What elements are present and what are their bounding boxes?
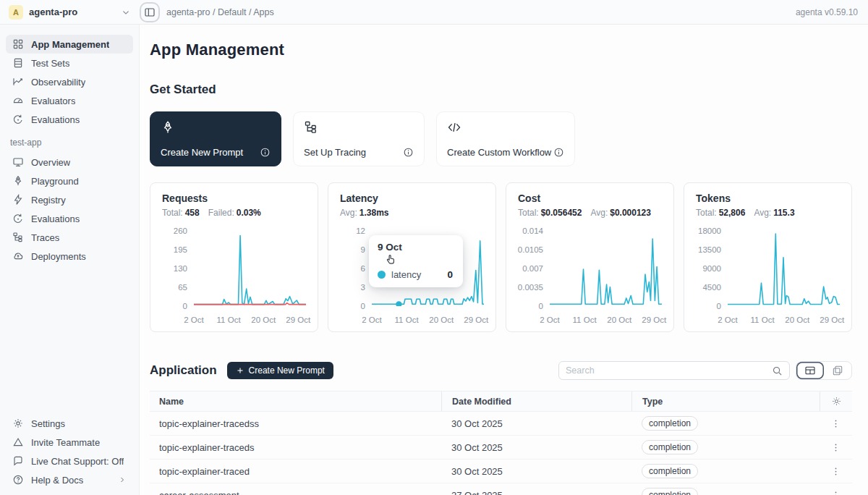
triangle-icon bbox=[12, 436, 24, 448]
chevron-down-icon bbox=[121, 7, 131, 17]
requests-line-chart: 260195130650 bbox=[162, 231, 306, 310]
card-label: Create Custom Workflow bbox=[447, 147, 551, 158]
sidebar-item-label: Settings bbox=[31, 418, 65, 429]
latency-chart-card: Latency Avg:1.38ms 129630 2 Oct11 Oct20 … bbox=[328, 182, 496, 332]
type-badge: completion bbox=[642, 488, 698, 495]
sidebar-item-label: Evaluators bbox=[31, 96, 75, 106]
chart-title: Tokens bbox=[696, 192, 840, 204]
test-sets-icon bbox=[12, 57, 24, 69]
tokens-line-chart: 1800013500900045000 bbox=[696, 231, 840, 310]
type-badge: completion bbox=[642, 440, 698, 454]
sidebar-item-invite-teammate[interactable]: Invite Teammate bbox=[6, 433, 133, 452]
rocket-icon bbox=[12, 175, 24, 187]
sidebar-item-live-chat-support[interactable]: Live Chat Support: Off bbox=[6, 452, 133, 470]
sidebar-app-section-label: test-app bbox=[10, 138, 129, 148]
table-view-button[interactable] bbox=[796, 362, 824, 379]
sidebar-item-settings[interactable]: Settings bbox=[6, 414, 133, 433]
app-version: agenta v0.59.10 bbox=[796, 7, 868, 17]
sidebar-item-deployments[interactable]: Deployments bbox=[6, 247, 133, 266]
row-actions-button[interactable] bbox=[829, 488, 843, 495]
create-new-prompt-button[interactable]: Create New Prompt bbox=[227, 362, 333, 379]
hand-cursor-icon bbox=[383, 253, 454, 267]
card-view-button[interactable] bbox=[824, 362, 851, 379]
table-row[interactable]: topic-explainer-traced 30 Oct 2025 compl… bbox=[150, 460, 852, 483]
table-row[interactable]: topic-explainer-traceds 30 Oct 2025 comp… bbox=[150, 436, 852, 460]
column-header-type[interactable]: Type bbox=[631, 392, 820, 411]
sidebar-item-evaluations[interactable]: Evaluations bbox=[6, 110, 133, 129]
app-name: topic-explainer-traced bbox=[150, 460, 441, 483]
chart-title: Cost bbox=[518, 192, 662, 204]
type-badge: completion bbox=[642, 464, 698, 478]
x-axis: 2 Oct11 Oct20 Oct29 Oct bbox=[194, 316, 306, 326]
workspace-switcher[interactable]: A agenta-pro bbox=[0, 5, 140, 20]
page-title: App Management bbox=[150, 41, 852, 59]
code-icon bbox=[447, 120, 461, 135]
chart-plot bbox=[550, 231, 662, 306]
row-actions-button[interactable] bbox=[829, 417, 843, 431]
applications-table: Name Date Modified Type topic-explainer-… bbox=[150, 391, 852, 495]
workspace-avatar: A bbox=[9, 5, 23, 20]
sidebar-item-overview[interactable]: Overview bbox=[6, 153, 133, 172]
info-icon[interactable] bbox=[260, 147, 271, 158]
legend-dot bbox=[378, 271, 386, 279]
sidebar-item-test-sets[interactable]: Test Sets bbox=[6, 54, 133, 72]
rocket-icon bbox=[161, 120, 175, 135]
sidebar-item-label: Traces bbox=[31, 232, 59, 243]
sidebar-item-label: Deployments bbox=[31, 251, 86, 262]
column-header-name[interactable]: Name bbox=[150, 392, 441, 411]
dots-vertical-icon bbox=[830, 442, 841, 453]
plus-icon bbox=[236, 366, 244, 375]
search-input[interactable] bbox=[566, 365, 772, 376]
sidebar-item-playground[interactable]: Playground bbox=[6, 172, 133, 190]
chart-stats: Total:458 Failed:0.03% bbox=[162, 208, 306, 218]
tooltip-value: 0 bbox=[447, 269, 454, 280]
row-actions-button[interactable] bbox=[829, 441, 843, 454]
sidebar-toggle-button[interactable] bbox=[140, 2, 160, 22]
get-started-cards: Create New Prompt Set Up Tracing Create … bbox=[150, 111, 852, 166]
app-date-modified: 27 Oct 2025 bbox=[441, 483, 631, 495]
app-name: topic-explainer-traceds bbox=[150, 436, 441, 459]
sidebar-item-help-docs[interactable]: Help & Docs bbox=[6, 470, 133, 489]
card-label: Set Up Tracing bbox=[304, 147, 366, 158]
sidebar-footer: Settings Invite Teammate Live Chat Suppo… bbox=[0, 414, 139, 489]
app-name: topic-explainer-tracedss bbox=[150, 412, 441, 435]
chart-line-icon bbox=[12, 76, 24, 88]
sidebar-item-registry[interactable]: Registry bbox=[6, 190, 133, 209]
info-icon[interactable] bbox=[403, 147, 414, 158]
gauge-icon bbox=[12, 95, 24, 106]
cycle-icon bbox=[12, 213, 24, 224]
set-up-tracing-card[interactable]: Set Up Tracing bbox=[293, 111, 425, 166]
column-settings-button[interactable] bbox=[830, 394, 843, 408]
sidebar-item-label: Overview bbox=[31, 157, 70, 168]
sidebar-item-label: Help & Docs bbox=[31, 475, 83, 486]
y-axis: 0.0140.01050.0070.00350 bbox=[518, 227, 550, 310]
row-actions-button[interactable] bbox=[829, 465, 843, 478]
sidebar-item-label: Test Sets bbox=[31, 58, 69, 69]
monitor-icon bbox=[12, 156, 24, 168]
y-axis: 129630 bbox=[340, 227, 372, 310]
sidebar-item-evaluators[interactable]: Evaluators bbox=[6, 91, 133, 110]
sidebar: App Management Test Sets Observability E… bbox=[0, 25, 140, 495]
table-row[interactable]: topic-explainer-tracedss 30 Oct 2025 com… bbox=[150, 412, 852, 436]
sidebar-item-label: Evaluations bbox=[31, 114, 80, 125]
info-icon[interactable] bbox=[553, 147, 564, 158]
create-custom-workflow-card[interactable]: Create Custom Workflow bbox=[436, 111, 575, 166]
sidebar-item-app-evaluations[interactable]: Evaluations bbox=[6, 209, 133, 228]
sidebar-item-traces[interactable]: Traces bbox=[6, 228, 133, 247]
gear-icon bbox=[831, 396, 842, 407]
sidebar-item-observability[interactable]: Observability bbox=[6, 72, 133, 91]
lightning-icon bbox=[12, 194, 24, 206]
cloud-icon bbox=[12, 250, 24, 262]
grid-icon bbox=[12, 38, 24, 50]
application-header: Application Create New Prompt bbox=[150, 361, 852, 380]
tooltip-date: 9 Oct bbox=[378, 242, 454, 253]
app-date-modified: 30 Oct 2025 bbox=[441, 436, 631, 459]
dots-vertical-icon bbox=[830, 466, 841, 477]
sidebar-item-app-management[interactable]: App Management bbox=[6, 35, 133, 54]
dots-vertical-icon bbox=[830, 490, 841, 495]
create-new-prompt-card[interactable]: Create New Prompt bbox=[150, 111, 281, 166]
x-axis: 2 Oct11 Oct20 Oct29 Oct bbox=[550, 316, 662, 326]
chart-stats: Total:$0.056452 Avg:$0.000123 bbox=[518, 208, 662, 218]
table-row[interactable]: career-assessment 27 Oct 2025 completion bbox=[150, 483, 852, 495]
column-header-date-modified[interactable]: Date Modified bbox=[441, 392, 631, 411]
